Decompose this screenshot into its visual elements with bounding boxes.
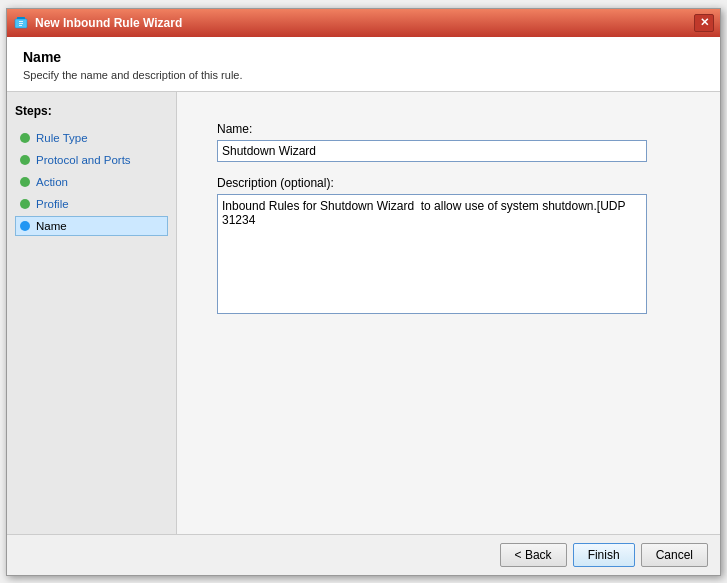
page-subtitle: Specify the name and description of this… [23,69,704,81]
svg-rect-1 [17,17,25,19]
name-input[interactable] [217,140,647,162]
title-bar: New Inbound Rule Wizard ✕ [7,9,720,37]
footer: < Back Finish Cancel [7,534,720,575]
description-label: Description (optional): [217,176,680,190]
svg-rect-2 [19,21,23,22]
step-dot-profile [20,199,30,209]
header-section: Name Specify the name and description of… [7,37,720,92]
svg-rect-4 [19,25,22,26]
step-dot-action [20,177,30,187]
step-dot-rule-type [20,133,30,143]
sidebar-item-action[interactable]: Action [15,172,168,192]
content-area: Name: Description (optional): [177,92,720,534]
step-dot-protocol-ports [20,155,30,165]
sidebar-item-protocol-ports[interactable]: Protocol and Ports [15,150,168,170]
cancel-button[interactable]: Cancel [641,543,708,567]
sidebar-label-action: Action [36,176,68,188]
description-textarea[interactable] [217,194,647,314]
description-form-group: Description (optional): [217,176,680,317]
main-area: Steps: Rule Type Protocol and Ports Acti… [7,92,720,534]
sidebar-item-profile[interactable]: Profile [15,194,168,214]
page-title: Name [23,49,704,65]
sidebar-item-name[interactable]: Name [15,216,168,236]
wizard-window: New Inbound Rule Wizard ✕ Name Specify t… [6,8,721,576]
sidebar-label-rule-type: Rule Type [36,132,88,144]
window-content: Name Specify the name and description of… [7,37,720,575]
window-icon [13,15,29,31]
close-icon: ✕ [700,16,709,29]
finish-button[interactable]: Finish [573,543,635,567]
sidebar-label-name: Name [36,220,67,232]
name-form-group: Name: [217,122,680,162]
svg-rect-3 [19,23,23,24]
sidebar-title: Steps: [15,104,168,118]
sidebar: Steps: Rule Type Protocol and Ports Acti… [7,92,177,534]
sidebar-label-protocol-ports: Protocol and Ports [36,154,131,166]
close-button[interactable]: ✕ [694,14,714,32]
step-dot-name [20,221,30,231]
back-button[interactable]: < Back [500,543,567,567]
sidebar-item-rule-type[interactable]: Rule Type [15,128,168,148]
sidebar-label-profile: Profile [36,198,69,210]
name-label: Name: [217,122,680,136]
title-bar-text: New Inbound Rule Wizard [35,16,694,30]
